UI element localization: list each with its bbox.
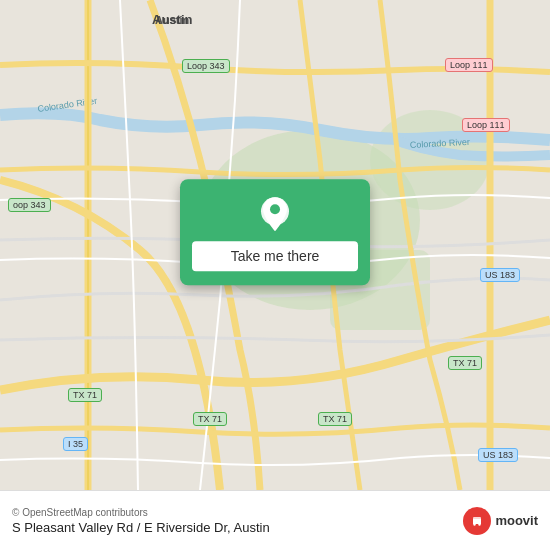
road-badge-us183-bottom: US 183 — [478, 448, 518, 462]
road-badge-us183-mid: US 183 — [480, 268, 520, 282]
road-badge-i35: I 35 — [63, 437, 88, 451]
svg-rect-14 — [473, 517, 481, 520]
moovit-text: moovit — [495, 513, 538, 528]
road-badge-loop343-top: Loop 343 — [182, 59, 230, 73]
moovit-icon — [463, 507, 491, 535]
map-container: Colorado River Colorado River — [0, 0, 550, 490]
road-badge-loop111-mid: Loop 111 — [462, 118, 510, 132]
take-me-there-button[interactable]: Take me there — [192, 241, 358, 271]
road-badge-tx71-2: TX 71 — [193, 412, 227, 426]
attribution-text: © OpenStreetMap contributors — [12, 507, 455, 518]
road-badge-loop343-left: oop 343 — [8, 198, 51, 212]
road-badge-tx71-1: TX 71 — [68, 388, 102, 402]
city-name-label: Austin — [152, 12, 192, 27]
road-badge-tx71-3: TX 71 — [318, 412, 352, 426]
moovit-logo: moovit — [463, 507, 538, 535]
popup-card: Take me there — [180, 179, 370, 285]
location-pin-icon — [256, 195, 294, 233]
svg-point-12 — [474, 523, 476, 525]
road-badge-tx71-4: TX 71 — [448, 356, 482, 370]
bottom-bar: © OpenStreetMap contributors S Pleasant … — [0, 490, 550, 550]
location-label: S Pleasant Valley Rd / E Riverside Dr, A… — [12, 520, 455, 535]
road-badge-loop111-top: Loop 111 — [445, 58, 493, 72]
svg-point-10 — [270, 204, 280, 214]
svg-point-13 — [479, 523, 481, 525]
